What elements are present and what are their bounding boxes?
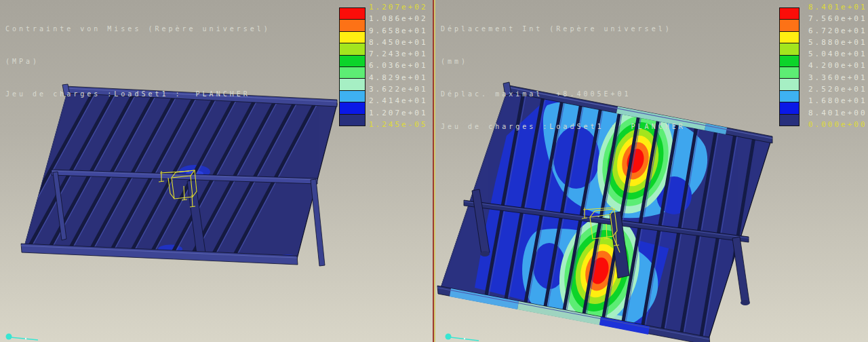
legend-swatch: [780, 114, 799, 126]
legend-value: 0.000e+00: [808, 119, 867, 130]
legend-value: 5.880e+01: [808, 37, 867, 48]
legend-swatch: [780, 43, 799, 54]
legend-value: 3.622e+01: [369, 83, 428, 95]
right-leg: [311, 179, 325, 266]
legend-swatch: [340, 66, 365, 78]
legend-swatch: [780, 19, 799, 31]
legend-swatch: [780, 31, 799, 43]
legend-swatch: [780, 102, 799, 113]
legend-value: 6.036e+01: [369, 60, 428, 71]
displacement-model[interactable]: [435, 0, 868, 342]
legend-value-labels: 8.401e+017.560e+016.720e+015.880e+015.04…: [808, 1, 867, 130]
legend-swatch: [780, 78, 799, 90]
legend-value: 3.360e+01: [808, 72, 867, 83]
legend-value: 1.086e+02: [369, 13, 428, 24]
legend-value: 6.720e+01: [808, 25, 867, 37]
legend-swatch: [340, 90, 365, 102]
legend-value: 7.560e+01: [808, 13, 867, 24]
legend-value: 1.680e+01: [808, 95, 867, 107]
legend-value: 8.401e+00: [808, 107, 867, 119]
legend-swatch: [340, 8, 365, 19]
right-leg: [732, 237, 749, 304]
legend-value: 2.520e+01: [808, 83, 867, 95]
legend-value: 7.243e+01: [369, 48, 428, 60]
viewport-displacement[interactable]: Déplacement Int (Repère universel) (mm) …: [434, 0, 868, 342]
legend-value: 4.829e+01: [369, 72, 428, 83]
legend-color-scale: [779, 7, 800, 126]
legend-swatch: [340, 55, 365, 66]
legend-value: 2.414e+01: [369, 95, 428, 107]
legend-swatch: [780, 90, 799, 102]
legend-value: 1.207e+01: [369, 107, 428, 119]
legend-value: 8.401e+01: [808, 1, 867, 13]
legend-swatch: [780, 66, 799, 78]
legend-value: 8.450e+01: [369, 37, 428, 48]
legend-swatch: [340, 31, 365, 43]
view-compass-icon[interactable]: [435, 332, 486, 342]
view-compass-icon[interactable]: [0, 332, 47, 342]
legend-swatch: [340, 78, 365, 90]
fea-dual-viewport-window: Contrainte von Mises (Repère universel) …: [0, 0, 868, 342]
legend-color-scale: [339, 7, 366, 126]
von-mises-model[interactable]: [0, 0, 433, 342]
legend-value: 5.040e+01: [808, 48, 867, 60]
legend-value: 9.658e+01: [369, 25, 428, 37]
legend-swatch: [340, 43, 365, 54]
legend-value: 4.200e+01: [808, 60, 867, 71]
legend-swatch: [340, 114, 365, 126]
legend-swatch: [340, 19, 365, 31]
legend-swatch: [340, 102, 365, 113]
viewport-von-mises[interactable]: Contrainte von Mises (Repère universel) …: [0, 0, 434, 342]
legend-value-labels: 1.207e+021.086e+029.658e+018.450e+017.24…: [369, 1, 428, 130]
legend-value: 1.245e-05: [369, 119, 428, 130]
legend-swatch: [780, 8, 799, 19]
legend-swatch: [780, 55, 799, 66]
legend-value: 1.207e+02: [369, 1, 428, 13]
